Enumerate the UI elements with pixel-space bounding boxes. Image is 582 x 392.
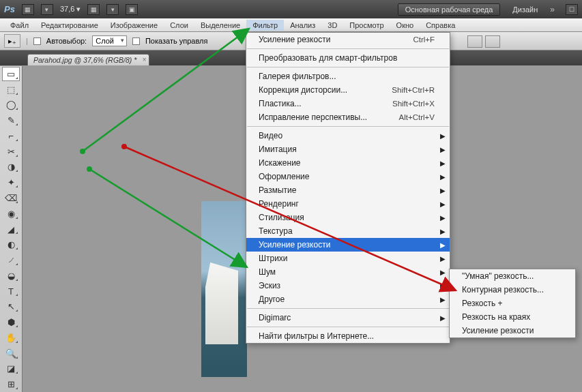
menu-item[interactable]: Коррекция дисторсии...Shift+Ctrl+R bbox=[246, 83, 450, 97]
tool-1[interactable]: ⬚ bbox=[2, 82, 20, 97]
submenu-arrow-icon: ▶ bbox=[440, 132, 446, 140]
menu-item[interactable]: Другое▶ bbox=[246, 292, 450, 306]
menu-item[interactable]: Преобразовать для смарт-фильтров bbox=[246, 51, 450, 65]
menu-фильтр[interactable]: Фильтр bbox=[246, 20, 284, 31]
document-tab[interactable]: Parahod.jpg @ 37,6% (RGB/8) * × bbox=[27, 54, 149, 65]
close-icon[interactable]: × bbox=[142, 56, 146, 63]
tool-16[interactable]: ⬢ bbox=[2, 315, 20, 329]
menu-изображение[interactable]: Изображение bbox=[104, 20, 164, 31]
tool-7[interactable]: ✦ bbox=[2, 175, 20, 190]
submenu-item-label: Резкость + bbox=[462, 299, 503, 308]
menu-item[interactable]: Текстура▶ bbox=[246, 224, 450, 238]
menu-файл[interactable]: Файл bbox=[4, 20, 35, 31]
menu-item-label: Преобразовать для смарт-фильтров bbox=[259, 53, 397, 63]
tool-14[interactable]: T bbox=[2, 284, 20, 299]
tool-11[interactable]: ◐ bbox=[2, 237, 20, 252]
menu-item-label: Исправление перспективы... bbox=[259, 112, 367, 122]
menu-item-label: Найти фильтры в Интернете... bbox=[259, 331, 374, 341]
autoselect-dropdown[interactable]: Слой bbox=[92, 35, 127, 46]
menu-item[interactable]: Пластика...Shift+Ctrl+X bbox=[246, 97, 450, 110]
menu-3d[interactable]: 3D bbox=[321, 20, 343, 31]
tool-8[interactable]: ⌫ bbox=[2, 191, 20, 205]
panel-icon-2[interactable] bbox=[485, 35, 500, 48]
submenu-item[interactable]: "Умная" резкость... bbox=[450, 269, 575, 283]
menu-item[interactable]: Искажение▶ bbox=[246, 156, 450, 170]
menu-item-label: Искажение bbox=[259, 158, 301, 168]
tool-13[interactable]: ◒ bbox=[2, 269, 20, 283]
menu-item-label: Усиление резкости bbox=[259, 240, 330, 250]
menu-item[interactable]: Галерея фильтров... bbox=[246, 70, 450, 83]
autoselect-checkbox[interactable] bbox=[33, 37, 41, 45]
menu-анализ[interactable]: Анализ bbox=[284, 20, 321, 31]
menu-item[interactable]: Усиление резкостиCtrl+F bbox=[246, 33, 450, 46]
menu-item[interactable]: Видео▶ bbox=[246, 129, 450, 142]
menu-item[interactable]: Имитация▶ bbox=[246, 142, 450, 156]
menu-item[interactable]: Стилизация▶ bbox=[246, 211, 450, 224]
submenu-arrow-icon: ▶ bbox=[440, 228, 446, 235]
bridge-icon[interactable]: ▦ bbox=[22, 4, 34, 15]
submenu-arrow-icon: ▶ bbox=[440, 214, 446, 222]
tool-3[interactable]: ✎ bbox=[2, 113, 20, 127]
show-controls-checkbox[interactable] bbox=[132, 37, 140, 45]
cslive-icon[interactable]: ☐ bbox=[566, 4, 578, 15]
submenu-item[interactable]: Усиление резкости bbox=[450, 324, 575, 337]
menu-выделение[interactable]: Выделение bbox=[194, 20, 246, 31]
screen-mode-icon[interactable]: ▣ bbox=[126, 4, 138, 15]
tool-5[interactable]: ✂ bbox=[2, 145, 20, 159]
document-tab-title: Parahod.jpg @ 37,6% (RGB/8) * bbox=[33, 56, 136, 64]
menubar: ФайлРедактированиеИзображениеСлоиВыделен… bbox=[0, 18, 582, 32]
menu-редактирование[interactable]: Редактирование bbox=[35, 20, 104, 31]
menu-item[interactable]: Рендеринг▶ bbox=[246, 197, 450, 211]
submenu-arrow-icon: ▶ bbox=[440, 146, 446, 153]
menu-справка[interactable]: Справка bbox=[420, 20, 461, 31]
tool-18[interactable]: 🔍 bbox=[2, 346, 20, 361]
tool-12[interactable]: ⟋ bbox=[2, 253, 20, 267]
toolbox: ▭⬚◯✎⌐✂◑✦⌫◉◢◐⟋◒T↖⬢✋🔍◪⊞ bbox=[0, 66, 23, 392]
submenu-item[interactable]: Контурная резкость... bbox=[450, 283, 575, 297]
submenu-arrow-icon: ▶ bbox=[440, 296, 446, 303]
tool-20[interactable]: ⊞ bbox=[2, 377, 20, 391]
tool-6[interactable]: ◑ bbox=[2, 160, 20, 175]
workspace-label[interactable]: Дизайн bbox=[507, 5, 543, 14]
menu-item-label: Текстура bbox=[259, 226, 293, 236]
menu-item[interactable]: Найти фильтры в Интернете... bbox=[246, 329, 450, 343]
workspace-button[interactable]: Основная рабочая среда bbox=[398, 3, 501, 16]
panel-icon-1[interactable] bbox=[467, 35, 482, 48]
submenu-arrow-icon: ▶ bbox=[440, 255, 446, 262]
menu-item-label: Размытие bbox=[259, 185, 296, 195]
menu-item[interactable]: Усиление резкости▶ bbox=[246, 238, 450, 252]
menu-item[interactable]: Эскиз▶ bbox=[246, 279, 450, 292]
arrange-icon[interactable]: ▾ bbox=[106, 4, 119, 15]
menu-item[interactable]: Исправление перспективы...Alt+Ctrl+V bbox=[246, 110, 450, 124]
tool-19[interactable]: ◪ bbox=[2, 362, 20, 376]
menu-separator bbox=[247, 67, 449, 67]
menu-слои[interactable]: Слои bbox=[164, 20, 194, 31]
view-extras-icon[interactable]: ▦ bbox=[87, 4, 100, 15]
submenu-item[interactable]: Резкость на краях bbox=[450, 310, 575, 324]
minibridge-icon[interactable]: ▾ bbox=[41, 4, 53, 15]
tool-0[interactable]: ▭ bbox=[2, 67, 20, 81]
tool-9[interactable]: ◉ bbox=[2, 207, 20, 221]
tool-15[interactable]: ↖ bbox=[2, 299, 20, 314]
move-tool-icon[interactable]: ▸₊ bbox=[4, 34, 20, 48]
menu-item-label: Эскиз bbox=[259, 281, 280, 290]
menu-item[interactable]: Оформление▶ bbox=[246, 170, 450, 183]
tool-4[interactable]: ⌐ bbox=[2, 129, 20, 143]
menu-окно[interactable]: Окно bbox=[390, 20, 420, 31]
submenu-arrow-icon: ▶ bbox=[440, 282, 446, 290]
menu-item[interactable]: Штрихи▶ bbox=[246, 252, 450, 265]
submenu-item[interactable]: Резкость + bbox=[450, 297, 575, 310]
menu-shortcut: Shift+Ctrl+R bbox=[392, 86, 435, 94]
zoom-value[interactable]: 37,6 ▾ bbox=[60, 5, 81, 14]
tool-2[interactable]: ◯ bbox=[2, 98, 20, 112]
autoselect-label: Автовыбор: bbox=[46, 37, 87, 45]
submenu-arrow-icon: ▶ bbox=[440, 173, 446, 181]
workspace-expand-icon[interactable]: » bbox=[550, 5, 555, 14]
menu-item[interactable]: Digimarc▶ bbox=[246, 311, 450, 325]
menu-просмотр[interactable]: Просмотр bbox=[343, 20, 390, 31]
menu-item[interactable]: Шум▶ bbox=[246, 265, 450, 279]
filter-menu: Усиление резкостиCtrl+FПреобразовать для… bbox=[246, 32, 450, 344]
tool-10[interactable]: ◢ bbox=[2, 222, 20, 237]
menu-item[interactable]: Размытие▶ bbox=[246, 183, 450, 197]
tool-17[interactable]: ✋ bbox=[2, 331, 20, 345]
